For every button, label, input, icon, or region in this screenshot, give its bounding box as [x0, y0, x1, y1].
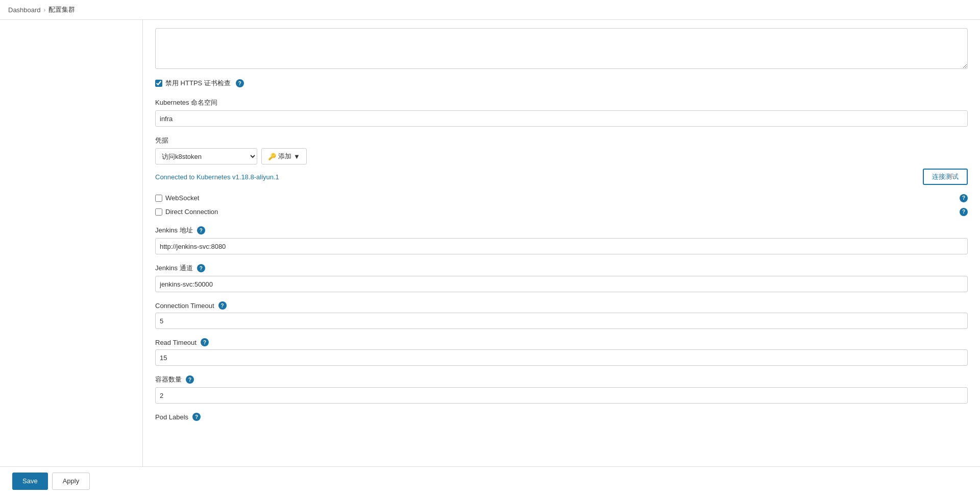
connection-timeout-input[interactable] [155, 313, 968, 329]
credentials-group: 凭据 访问k8stoken 🔑 添加 ▼ Connected to Kubern… [155, 136, 968, 185]
read-timeout-group: Read Timeout ? [155, 338, 968, 366]
websocket-help-icon[interactable]: ? [960, 194, 968, 202]
direct-connection-checkbox[interactable] [155, 208, 162, 216]
container-count-help-icon[interactable]: ? [186, 375, 194, 384]
top-textarea[interactable] [155, 28, 968, 69]
connection-timeout-help-icon[interactable]: ? [218, 301, 227, 310]
container-count-label: 容器数量 ? [155, 375, 968, 384]
jenkins-tunnel-input[interactable] [155, 276, 968, 292]
jenkins-tunnel-label: Jenkins 通道 ? [155, 264, 968, 273]
jenkins-tunnel-help-icon[interactable]: ? [197, 264, 205, 272]
sidebar [0, 20, 143, 494]
websocket-row: WebSocket ? [155, 194, 968, 202]
jenkins-address-label: Jenkins 地址 ? [155, 226, 968, 235]
bottom-bar: Save Apply [0, 466, 980, 494]
disable-https-checkbox[interactable] [155, 80, 162, 87]
credentials-select[interactable]: 访问k8stoken [155, 148, 257, 164]
save-button[interactable]: Save [12, 473, 48, 490]
jenkins-address-input[interactable] [155, 238, 968, 254]
connection-timeout-label: Connection Timeout ? [155, 301, 968, 310]
add-dropdown-icon: ▼ [293, 153, 300, 160]
test-connection-button[interactable]: 连接测试 [923, 169, 968, 185]
read-timeout-input[interactable] [155, 349, 968, 366]
read-timeout-label: Read Timeout ? [155, 338, 968, 346]
connection-timeout-group: Connection Timeout ? [155, 301, 968, 329]
breadcrumb: Dashboard › 配置集群 [0, 0, 980, 20]
jenkins-address-help-icon[interactable]: ? [197, 226, 205, 234]
connection-status-row: Connected to Kubernetes v1.18.8-aliyun.1… [155, 169, 968, 185]
credentials-label: 凭据 [155, 136, 968, 145]
container-count-group: 容器数量 ? [155, 375, 968, 404]
direct-connection-help-icon[interactable]: ? [960, 208, 968, 216]
connection-status-text: Connected to Kubernetes v1.18.8-aliyun.1 [155, 173, 279, 181]
kubernetes-namespace-input[interactable] [155, 110, 968, 127]
disable-https-help-icon[interactable]: ? [236, 79, 244, 87]
pod-labels-help-icon[interactable]: ? [192, 413, 201, 421]
websocket-checkbox[interactable] [155, 195, 162, 202]
add-credential-button[interactable]: 🔑 添加 ▼ [261, 148, 307, 164]
container-count-input[interactable] [155, 387, 968, 404]
breadcrumb-separator: › [44, 7, 46, 13]
add-button-label: 添加 [278, 152, 291, 161]
jenkins-address-group: Jenkins 地址 ? [155, 226, 968, 254]
read-timeout-help-icon[interactable]: ? [201, 338, 209, 346]
direct-connection-label: Direct Connection [165, 208, 218, 216]
main-content: 禁用 HTTPS 证书检查 ? Kubernetes 命名空间 凭据 访问k8s… [143, 20, 980, 494]
kubernetes-namespace-group: Kubernetes 命名空间 [155, 98, 968, 127]
disable-https-row: 禁用 HTTPS 证书检查 ? [155, 79, 968, 88]
websocket-label: WebSocket [165, 194, 199, 202]
credentials-row: 访问k8stoken 🔑 添加 ▼ [155, 148, 968, 164]
kubernetes-namespace-label: Kubernetes 命名空间 [155, 98, 968, 107]
pod-labels-partial: Pod Labels ? [155, 413, 968, 421]
apply-button[interactable]: Apply [52, 473, 90, 490]
direct-connection-row: Direct Connection ? [155, 208, 968, 216]
breadcrumb-current: 配置集群 [48, 5, 75, 14]
key-icon: 🔑 [268, 153, 276, 160]
breadcrumb-home[interactable]: Dashboard [8, 6, 41, 14]
disable-https-label: 禁用 HTTPS 证书检查 [165, 79, 231, 88]
jenkins-tunnel-group: Jenkins 通道 ? [155, 264, 968, 292]
